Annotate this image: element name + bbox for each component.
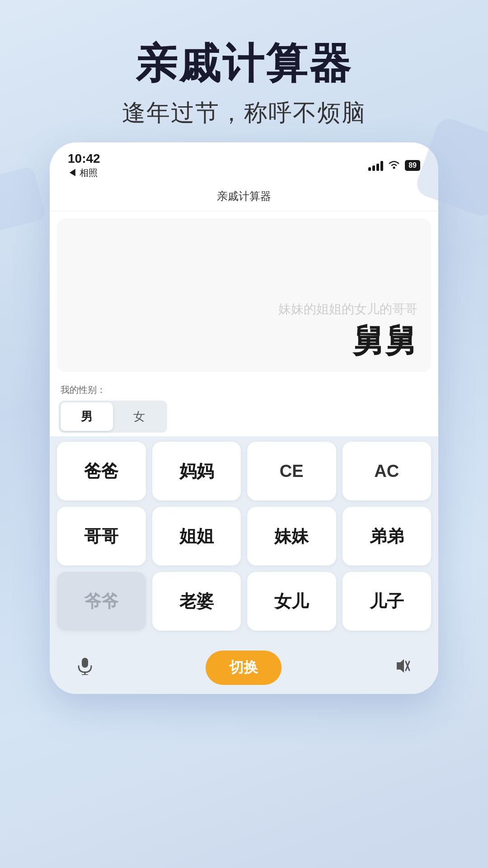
switch-button[interactable]: 切换 — [206, 651, 282, 685]
phone-mockup: 10:42 ◀ 相照 89 亲戚计算器 妹妹的姐姐的女 — [50, 142, 438, 694]
key-older-sister[interactable]: 姐姐 — [152, 507, 241, 566]
key-older-brother[interactable]: 哥哥 — [57, 507, 146, 566]
gender-female-button[interactable]: 女 — [113, 402, 165, 431]
key-wife[interactable]: 老婆 — [152, 572, 241, 631]
header-area: 亲戚计算器 逢年过节，称呼不烦脑 — [0, 0, 488, 142]
keypad-row-3: 爷爷 老婆 女儿 儿子 — [57, 572, 431, 631]
gender-toggle: 男 女 — [59, 401, 167, 433]
key-ce[interactable]: CE — [247, 442, 336, 500]
key-grandfather: 爷爷 — [57, 572, 146, 631]
keypad: 爸爸 妈妈 CE AC 哥哥 姐姐 妹妹 弟弟 爷爷 老婆 女儿 儿子 — [50, 436, 438, 644]
key-younger-brother[interactable]: 弟弟 — [343, 507, 432, 566]
sound-icon[interactable] — [394, 658, 411, 678]
battery-indicator: 89 — [405, 160, 420, 171]
back-button[interactable]: ◀ 相照 — [68, 167, 100, 179]
app-subtitle: 逢年过节，称呼不烦脑 — [0, 97, 488, 129]
keypad-row-2: 哥哥 姐姐 妹妹 弟弟 — [57, 507, 431, 566]
result-placeholder: 妹妹的姐姐的女儿的哥哥 — [278, 301, 418, 318]
app-nav-title: 亲戚计算器 — [50, 184, 438, 211]
keypad-row-1: 爸爸 妈妈 CE AC — [57, 442, 431, 500]
status-right: 89 — [368, 159, 420, 172]
result-answer: 舅舅 — [70, 311, 418, 363]
mic-button[interactable] — [77, 657, 93, 679]
signal-icon — [368, 160, 383, 171]
status-time: 10:42 — [68, 151, 100, 166]
status-bar: 10:42 ◀ 相照 89 — [50, 142, 438, 184]
gender-area: 我的性别： 男 女 — [50, 379, 438, 436]
key-daughter[interactable]: 女儿 — [247, 572, 336, 631]
key-mother[interactable]: 妈妈 — [152, 442, 241, 500]
result-area: 妹妹的姐姐的女儿的哥哥 舅舅 — [57, 218, 431, 372]
key-father[interactable]: 爸爸 — [57, 442, 146, 500]
bottom-bar: 切换 — [50, 644, 438, 694]
svg-rect-5 — [397, 662, 400, 670]
key-son[interactable]: 儿子 — [343, 572, 432, 631]
app-title: 亲戚计算器 — [0, 41, 488, 86]
gender-label: 我的性别： — [59, 384, 429, 396]
gender-male-button[interactable]: 男 — [61, 402, 113, 431]
key-younger-sister[interactable]: 妹妹 — [247, 507, 336, 566]
svg-point-0 — [393, 166, 395, 169]
wifi-icon — [388, 159, 400, 172]
key-ac[interactable]: AC — [343, 442, 432, 500]
status-left: 10:42 ◀ 相照 — [68, 151, 100, 179]
svg-rect-1 — [82, 658, 88, 668]
